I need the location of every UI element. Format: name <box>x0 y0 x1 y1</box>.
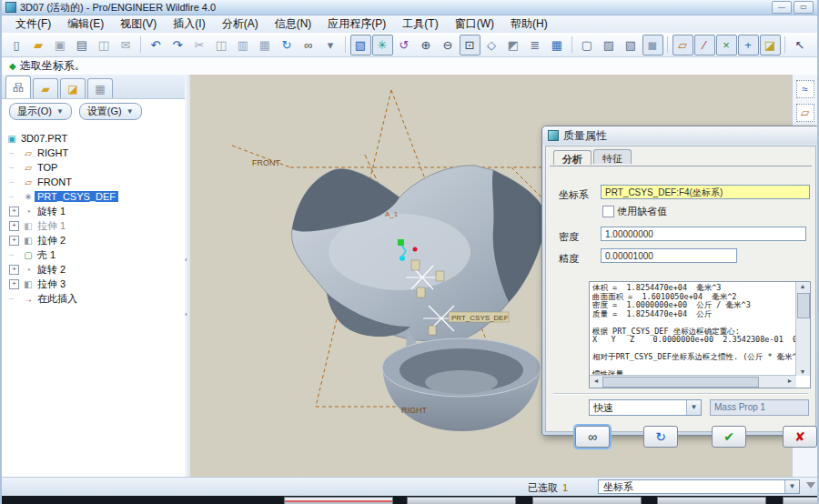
taskbar-item[interactable] <box>657 497 766 504</box>
dialog-tab-0[interactable]: 分析 <box>553 150 592 165</box>
view-manager-icon[interactable]: ▦ <box>547 35 568 55</box>
menu-item-4[interactable]: 分析(A) <box>214 15 267 33</box>
no-hidden-icon[interactable]: ▧ <box>621 35 642 55</box>
taskbar-item[interactable] <box>284 497 393 504</box>
connections-tab[interactable]: ▦ <box>87 78 113 98</box>
cancel-button[interactable]: ✘ <box>783 426 817 448</box>
tree-item[interactable]: +◧拉伸 3 <box>2 277 185 291</box>
scroll-up-icon[interactable]: ▲ <box>796 283 809 289</box>
datum-planes-icon[interactable]: ▱ <box>672 35 693 55</box>
selection-filter-dropdown[interactable]: 坐标系 ▼ <box>598 479 800 494</box>
dialog-title-bar[interactable]: 质量属性 <box>542 126 819 145</box>
wireframe-icon[interactable]: ▢ <box>577 35 598 55</box>
new-file-icon[interactable]: ▯ <box>6 35 27 55</box>
accuracy-field[interactable]: 0.00001000 <box>601 248 737 263</box>
tree-item[interactable]: ┈▱FRONT <box>2 175 185 189</box>
menu-item-7[interactable]: 工具(T) <box>394 15 446 33</box>
tree-item[interactable]: ┈▱RIGHT <box>2 146 185 160</box>
model-tree-tab[interactable]: 品 <box>5 76 31 98</box>
tree-item[interactable]: ┈▢壳 1 <box>2 247 185 262</box>
tree-item[interactable]: ┈▱TOP <box>2 160 185 175</box>
copy-model-icon[interactable]: ◫ <box>94 35 115 55</box>
minimize-button[interactable]: — <box>772 1 792 14</box>
taskbar-item[interactable] <box>783 497 819 504</box>
expand-icon[interactable]: + <box>9 221 19 231</box>
tree-settings-button[interactable]: 设置(G) ▼ <box>79 103 142 120</box>
restore-button[interactable]: ▭ <box>794 1 814 14</box>
scroll-down-icon[interactable]: ▼ <box>796 368 809 375</box>
csys-field[interactable]: PRT_CSYS_DEF:F4(坐标系) <box>601 185 810 199</box>
annotations-icon[interactable]: ◪ <box>760 35 781 55</box>
undo-icon[interactable]: ↶ <box>146 35 167 55</box>
analysis-type-dropdown[interactable]: 快速 ▼ <box>589 399 702 416</box>
tree-item[interactable]: ▣3D07.PRT <box>2 131 185 146</box>
find-icon[interactable]: ∞ <box>298 35 319 55</box>
tree-item[interactable]: +◔旋转 2 <box>2 262 185 277</box>
paste-special-icon[interactable]: ▦ <box>255 35 276 55</box>
menu-item-3[interactable]: 插入(I) <box>165 15 213 33</box>
horizontal-scrollbar[interactable]: ◄ ► <box>590 375 796 388</box>
menu-item-5[interactable]: 信息(N) <box>267 15 320 33</box>
select-pointer-icon[interactable]: ↖ <box>790 35 811 55</box>
chevron-down-icon[interactable]: ▼ <box>784 480 799 493</box>
scroll-right-icon[interactable]: ► <box>784 378 796 384</box>
tree-item[interactable]: +◧拉伸 2 <box>2 233 185 247</box>
expand-icon[interactable]: + <box>9 279 19 289</box>
analysis-name-field[interactable]: Mass Prop 1 <box>710 399 809 416</box>
zoom-out-icon[interactable]: ⊖ <box>438 35 459 55</box>
taskbar-item[interactable] <box>407 497 516 504</box>
print-icon[interactable]: ▤ <box>72 35 93 55</box>
density-field[interactable]: 1.00000000 <box>601 227 806 241</box>
scrollbar-thumb[interactable] <box>797 293 810 318</box>
datum-axes-icon[interactable]: ⁄ <box>694 35 715 55</box>
regenerate-icon[interactable]: ↻ <box>277 35 298 55</box>
mass-properties-results[interactable]: 体积 = 1.8254470e+04 毫米^3 曲面面积 = 1.6010050… <box>590 282 796 376</box>
spin-center-icon[interactable]: ✳ <box>372 35 393 55</box>
tree-item[interactable]: +◧拉伸 1 <box>2 218 185 233</box>
favorites-tab[interactable]: ◪ <box>60 78 86 98</box>
open-icon[interactable]: ▰ <box>28 35 49 55</box>
select-list-icon[interactable]: ▾ <box>320 35 341 55</box>
saved-views-icon[interactable]: ◇ <box>481 35 502 55</box>
expand-icon[interactable]: + <box>9 207 19 217</box>
folder-browser-tab[interactable]: ▰ <box>33 78 58 98</box>
layers-icon[interactable]: ≣ <box>525 35 546 55</box>
menu-item-6[interactable]: 应用程序(P) <box>319 15 394 33</box>
datum-plane-icon[interactable]: ▱ <box>796 104 814 122</box>
menu-item-2[interactable]: 视图(V) <box>112 15 165 33</box>
refit-icon[interactable]: ⊡ <box>460 35 480 55</box>
menu-item-8[interactable]: 窗口(W) <box>447 15 502 33</box>
mail-icon[interactable]: ✉ <box>116 35 136 55</box>
paste-icon[interactable]: ▥ <box>233 35 254 55</box>
scroll-left-icon[interactable]: ◄ <box>590 378 602 384</box>
hidden-line-icon[interactable]: ▨ <box>599 35 620 55</box>
orient-mode-icon[interactable]: ↺ <box>394 35 415 55</box>
tree-item[interactable]: +◔旋转 1 <box>2 204 185 218</box>
datum-csys-icon[interactable]: + <box>738 35 759 55</box>
use-default-checkbox[interactable] <box>602 206 614 217</box>
expand-icon[interactable]: + <box>9 265 19 275</box>
preview-button[interactable]: ∞ <box>575 426 610 448</box>
repaint-icon[interactable]: ▧ <box>350 35 371 55</box>
sketch-icon[interactable]: ≈ <box>796 80 814 98</box>
compute-button[interactable]: ↻ <box>643 426 678 448</box>
scrollbar-thumb[interactable] <box>602 377 759 388</box>
chevron-down-icon[interactable]: ▼ <box>686 400 701 415</box>
redo-icon[interactable]: ↷ <box>167 35 188 55</box>
cut-icon[interactable]: ✂ <box>189 35 210 55</box>
tree-item[interactable]: ┈✳PRT_CSYS_DEF <box>2 189 185 204</box>
taskbar-item[interactable] <box>532 497 642 504</box>
vertical-scrollbar[interactable]: ▲ ▼ <box>795 282 810 376</box>
appearance-icon[interactable]: ◩ <box>503 35 524 55</box>
copy-icon[interactable]: ◫ <box>211 35 232 55</box>
tree-item[interactable]: ┈→在此插入 <box>2 291 185 306</box>
datum-points-icon[interactable]: × <box>716 35 737 55</box>
expand-icon[interactable]: + <box>9 236 19 246</box>
part-geometry[interactable] <box>292 166 546 431</box>
shading-icon[interactable]: ◼ <box>642 35 663 55</box>
ok-button[interactable]: ✔ <box>712 426 746 448</box>
menu-item-9[interactable]: 帮助(H) <box>502 15 556 33</box>
zoom-in-icon[interactable]: ⊕ <box>416 35 437 55</box>
menu-item-0[interactable]: 文件(F) <box>7 15 59 33</box>
save-icon[interactable]: ▣ <box>50 35 71 55</box>
